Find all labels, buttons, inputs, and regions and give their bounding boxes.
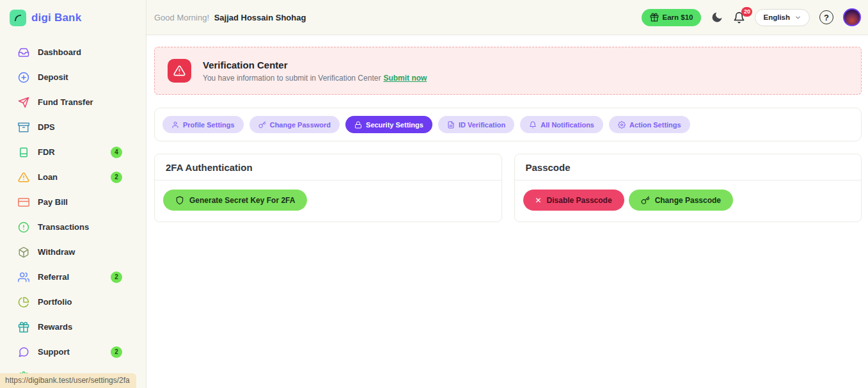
close-icon: ✕ (535, 196, 542, 205)
sidebar-item-referral[interactable]: Referral 2 (0, 264, 146, 289)
sidebar-nav: Dashboard Deposit Fund Transfer DPS FDR … (0, 35, 146, 388)
gear-icon (618, 121, 626, 129)
app-root: digi Bank Dashboard Deposit Fund Transfe… (0, 0, 868, 388)
sidebar-item-label: Transactions (38, 222, 89, 232)
gift-icon (650, 13, 659, 22)
tab-action-settings[interactable]: Action Settings (609, 116, 690, 133)
gift-icon (18, 321, 29, 333)
box-icon (18, 247, 29, 258)
tab-label: Action Settings (629, 121, 681, 129)
alert-message-text: You have information to submit in Verifi… (203, 74, 381, 83)
book-icon (18, 147, 29, 158)
alert-title: Verification Center (203, 60, 427, 70)
verification-alert: Verification Center You have information… (154, 47, 862, 95)
users-icon (18, 271, 29, 283)
plus-circle-icon (18, 72, 29, 83)
pie-chart-icon (18, 296, 29, 308)
badge: 2 (111, 346, 122, 358)
cards-row: 2FA Authentication Generate Secret Key F… (154, 154, 862, 222)
tab-id-verification[interactable]: ID Verification (438, 116, 514, 133)
passcode-card: Passcode ✕ Disable Passcode Change Passc… (514, 154, 862, 222)
badge: 2 (111, 172, 122, 183)
badge: 4 (111, 147, 122, 158)
sidebar-item-loan[interactable]: Loan 2 (0, 165, 146, 190)
warning-icon (168, 59, 191, 83)
passcode-card-title: Passcode (515, 154, 862, 181)
sidebar-item-fund-transfer[interactable]: Fund Transfer (0, 90, 146, 115)
twofa-card: 2FA Authentication Generate Secret Key F… (154, 154, 502, 222)
tab-all-notifications[interactable]: All Notifications (520, 116, 603, 133)
sidebar-item-label: FDR (38, 147, 55, 157)
sidebar-item-label: Withdraw (38, 247, 75, 257)
notifications-button[interactable]: 20 (733, 12, 745, 24)
earn-button[interactable]: Earn $10 (642, 9, 702, 26)
tab-label: ID Verification (459, 121, 505, 129)
disable-passcode-label: Disable Passcode (547, 196, 612, 205)
tab-label: Change Password (270, 121, 331, 129)
greeting-text: Good Morning! (154, 13, 209, 22)
sidebar-item-label: Deposit (38, 72, 68, 82)
brand-logo-icon (10, 10, 26, 26)
file-text-icon (447, 121, 455, 129)
shield-icon (175, 196, 184, 205)
tab-profile-settings[interactable]: Profile Settings (162, 116, 244, 133)
sidebar: digi Bank Dashboard Deposit Fund Transfe… (0, 0, 146, 388)
notification-badge: 20 (741, 7, 752, 17)
language-selector[interactable]: English (755, 9, 810, 26)
greeting: Good Morning! Sajjad Hossain Shohag (154, 13, 306, 22)
sidebar-item-portfolio[interactable]: Portfolio (0, 289, 146, 314)
sidebar-item-fdr[interactable]: FDR 4 (0, 140, 146, 165)
sidebar-item-dps[interactable]: DPS (0, 115, 146, 140)
generate-2fa-key-button[interactable]: Generate Secret Key For 2FA (163, 190, 307, 211)
topbar: Good Morning! Sajjad Hossain Shohag Earn… (146, 0, 868, 35)
alert-text-block: Verification Center You have information… (203, 60, 427, 83)
passcode-card-body: ✕ Disable Passcode Change Passcode (515, 181, 862, 222)
content-area: Verification Center You have information… (146, 35, 868, 388)
key-icon (258, 121, 266, 129)
sidebar-item-label: Dashboard (38, 47, 81, 57)
sidebar-item-label: Fund Transfer (38, 97, 93, 107)
change-passcode-button[interactable]: Change Passcode (629, 190, 733, 211)
twofa-card-body: Generate Secret Key For 2FA (155, 181, 501, 222)
tab-security-settings[interactable]: Security Settings (345, 116, 432, 133)
sidebar-item-label: Pay Bill (38, 197, 68, 207)
disable-passcode-button[interactable]: ✕ Disable Passcode (523, 190, 624, 211)
credit-card-icon (18, 197, 29, 208)
badge: 2 (111, 271, 122, 283)
sidebar-item-withdraw[interactable]: Withdraw (0, 239, 146, 264)
submit-now-link[interactable]: Submit now (383, 74, 427, 83)
lock-icon (354, 121, 362, 129)
sidebar-item-transactions[interactable]: Transactions (0, 214, 146, 239)
sidebar-item-dashboard[interactable]: Dashboard (0, 40, 146, 65)
message-circle-icon (18, 346, 29, 358)
key-icon (641, 196, 650, 205)
username: Sajjad Hossain Shohag (214, 13, 306, 22)
chevron-down-icon (794, 14, 801, 21)
sidebar-item-deposit[interactable]: Deposit (0, 65, 146, 90)
sidebar-item-label: DPS (38, 122, 55, 132)
avatar[interactable] (843, 8, 861, 26)
send-icon (18, 97, 29, 108)
tab-change-password[interactable]: Change Password (249, 116, 340, 133)
sidebar-item-pay-bill[interactable]: Pay Bill (0, 190, 146, 214)
user-icon (171, 121, 179, 129)
generate-2fa-key-label: Generate Secret Key For 2FA (189, 196, 295, 205)
brand-logo[interactable]: digi Bank (0, 0, 146, 35)
moon-icon[interactable] (711, 11, 723, 24)
change-passcode-label: Change Passcode (655, 196, 721, 205)
sidebar-item-label: Referral (38, 272, 69, 282)
help-button[interactable]: ? (819, 10, 833, 24)
tab-label: All Notifications (541, 121, 594, 129)
sidebar-item-rewards[interactable]: Rewards (0, 314, 146, 339)
alert-circle-icon (18, 222, 29, 233)
sidebar-item-label: Rewards (38, 322, 72, 332)
main-column: Good Morning! Sajjad Hossain Shohag Earn… (146, 0, 868, 388)
inbox-icon (18, 47, 29, 58)
bell-icon (529, 121, 537, 129)
tab-label: Profile Settings (183, 121, 235, 129)
language-label: English (763, 13, 790, 21)
sidebar-item-support[interactable]: Support 2 (0, 339, 146, 364)
alert-triangle-icon (18, 172, 29, 183)
sidebar-item-label: Loan (38, 172, 58, 182)
status-url-tooltip: https://digibank.test/user/settings/2fa (0, 373, 136, 388)
